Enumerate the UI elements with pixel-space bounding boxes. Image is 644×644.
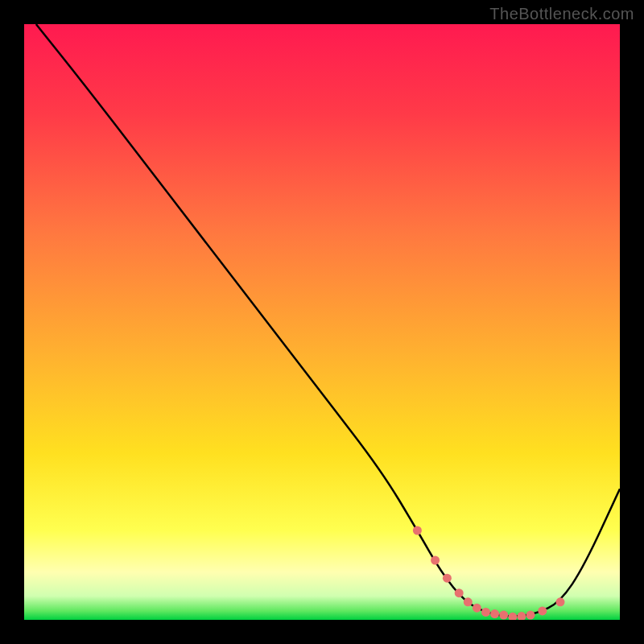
watermark: TheBottleneck.com bbox=[489, 5, 634, 23]
data-point bbox=[443, 574, 452, 583]
data-point bbox=[481, 608, 490, 617]
data-point bbox=[473, 604, 481, 613]
data-point bbox=[538, 606, 547, 615]
data-point bbox=[526, 611, 535, 620]
data-point bbox=[464, 597, 473, 606]
data-point bbox=[455, 588, 464, 597]
data-point bbox=[499, 611, 508, 620]
data-point bbox=[490, 609, 499, 618]
data-points-group bbox=[413, 526, 565, 621]
bottleneck-curve bbox=[36, 24, 620, 616]
curve-overlay bbox=[24, 24, 620, 620]
data-point bbox=[508, 613, 517, 620]
data-point bbox=[431, 556, 440, 565]
data-point bbox=[556, 597, 565, 606]
data-point bbox=[413, 526, 422, 535]
data-point bbox=[517, 612, 526, 620]
chart-plot-area bbox=[24, 24, 620, 620]
